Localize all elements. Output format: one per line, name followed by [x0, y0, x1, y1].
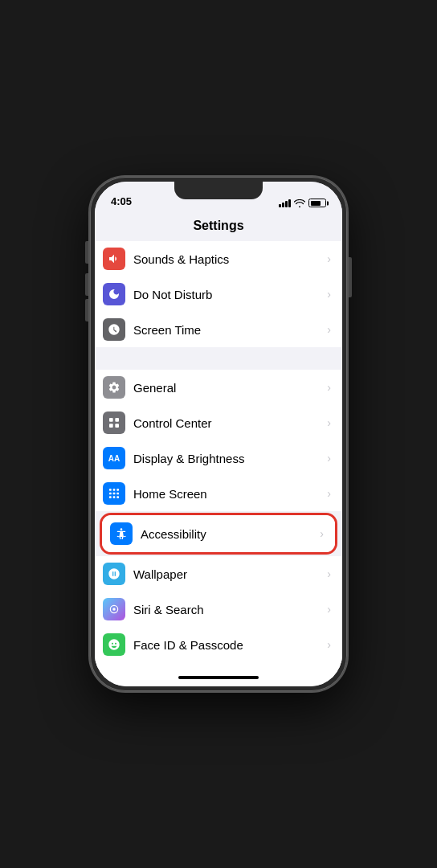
screentime-label: Screen Time [133, 323, 327, 337]
settings-item-controlcenter[interactable]: Control Center › [95, 405, 342, 440]
settings-item-homescreen[interactable]: Home Screen › [95, 476, 342, 511]
screentime-icon [103, 318, 125, 341]
notch [174, 182, 263, 199]
phone-frame: 4:05 Settings [90, 177, 347, 691]
faceid-icon [103, 633, 125, 656]
home-indicator [95, 669, 342, 686]
status-time: 4:05 [111, 195, 132, 207]
section-divider-1 [95, 347, 342, 370]
svg-rect-10 [109, 496, 112, 498]
section-1: Sounds & Haptics › Do Not Disturb › [95, 241, 342, 347]
siri-label: Siri & Search [133, 603, 327, 616]
controlcenter-label: Control Center [133, 416, 327, 430]
settings-item-screentime[interactable]: Screen Time › [95, 312, 342, 347]
settings-item-sounds[interactable]: Sounds & Haptics › [95, 241, 342, 276]
svg-rect-5 [113, 489, 116, 491]
homescreen-icon [103, 482, 125, 505]
wallpaper-icon [103, 563, 125, 585]
settings-item-general[interactable]: General › [95, 370, 342, 405]
settings-item-wallpaper[interactable]: Wallpaper › [95, 556, 342, 592]
accessibility-icon [110, 522, 133, 545]
wallpaper-label: Wallpaper [133, 567, 327, 581]
controlcenter-chevron: › [327, 416, 331, 429]
home-bar [178, 676, 259, 679]
nav-bar: Settings [95, 211, 342, 241]
accessibility-label: Accessibility [141, 527, 320, 541]
display-label: Display & Brightness [133, 452, 327, 465]
sounds-chevron: › [327, 252, 331, 265]
settings-list-1: Sounds & Haptics › Do Not Disturb › [95, 241, 342, 347]
settings-item-display[interactable]: AA Display & Brightness › [95, 440, 342, 476]
sounds-icon [103, 248, 125, 270]
section-2: General › Control Center › AA [95, 370, 342, 669]
dnd-icon [103, 283, 125, 305]
svg-point-13 [120, 528, 123, 530]
wallpaper-chevron: › [327, 567, 331, 580]
svg-rect-4 [109, 489, 112, 491]
settings-item-emergency[interactable]: SOS Emergency SOS › [95, 662, 342, 669]
svg-rect-3 [115, 424, 119, 428]
display-chevron: › [327, 452, 331, 465]
svg-rect-6 [116, 489, 119, 491]
settings-item-accessibility[interactable]: Accessibility › [102, 515, 335, 552]
svg-rect-8 [113, 493, 116, 495]
accessibility-chevron: › [320, 527, 324, 540]
homescreen-label: Home Screen [133, 487, 327, 501]
svg-rect-11 [113, 496, 116, 498]
sounds-label: Sounds & Haptics [133, 252, 327, 266]
accessibility-highlight: Accessibility › [100, 513, 337, 555]
general-label: General [133, 381, 327, 395]
signal-icon [279, 199, 291, 207]
svg-point-15 [112, 608, 116, 611]
dnd-label: Do Not Disturb [133, 288, 327, 301]
phone-screen: 4:05 Settings [95, 182, 342, 686]
svg-rect-12 [116, 496, 119, 498]
faceid-chevron: › [327, 638, 331, 651]
settings-list-2: General › Control Center › AA [95, 370, 342, 511]
homescreen-chevron: › [327, 487, 331, 500]
settings-item-dnd[interactable]: Do Not Disturb › [95, 276, 342, 312]
svg-rect-7 [109, 493, 112, 495]
wifi-icon [294, 199, 305, 207]
svg-rect-9 [116, 493, 119, 495]
display-icon: AA [103, 447, 125, 469]
status-icons [279, 199, 326, 207]
svg-rect-2 [109, 424, 113, 428]
svg-rect-1 [115, 418, 119, 422]
siri-chevron: › [327, 603, 331, 616]
settings-content[interactable]: Sounds & Haptics › Do Not Disturb › [95, 241, 342, 669]
settings-list-3: Wallpaper › Siri & Search › [95, 556, 342, 669]
general-chevron: › [327, 381, 331, 394]
general-icon [103, 376, 125, 399]
settings-item-siri[interactable]: Siri & Search › [95, 592, 342, 627]
page-title: Settings [193, 219, 243, 233]
screentime-chevron: › [327, 323, 331, 336]
dnd-chevron: › [327, 288, 331, 301]
siri-icon [103, 598, 125, 620]
controlcenter-icon [103, 411, 125, 434]
settings-item-faceid[interactable]: Face ID & Passcode › [95, 627, 342, 662]
faceid-label: Face ID & Passcode [133, 638, 327, 652]
battery-status-icon [308, 199, 326, 207]
svg-rect-0 [109, 418, 113, 422]
